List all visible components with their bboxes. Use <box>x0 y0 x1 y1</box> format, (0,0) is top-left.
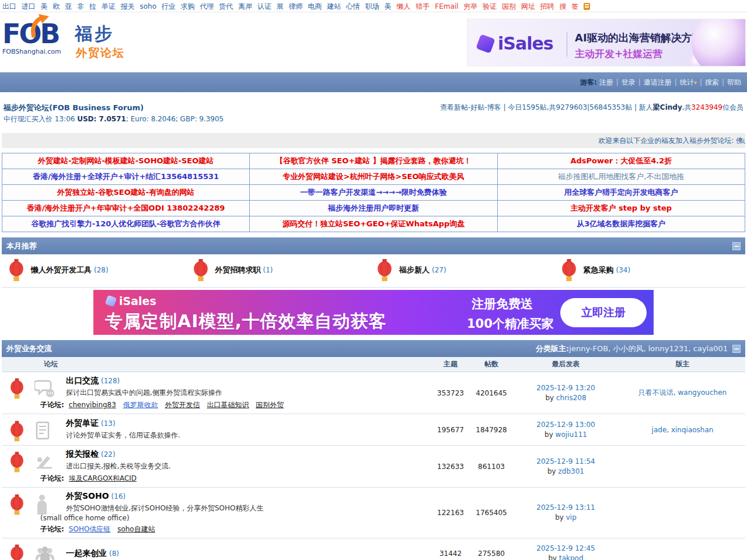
topnav-link[interactable]: 电商 <box>308 2 322 10</box>
last-post-user[interactable]: takpod <box>559 554 584 560</box>
welcome-link[interactable]: 欢迎来自以下企业的福友加入福步外贸论坛: 佛山 <box>598 136 745 146</box>
topnav-link-red[interactable]: 猎手 <box>416 2 430 10</box>
topnav-link[interactable]: 律师 <box>289 2 303 10</box>
last-post-date[interactable]: 2025-12-9 13:11 <box>536 503 595 512</box>
forum-link[interactable]: 报关报检 <box>66 449 99 459</box>
forum-link[interactable]: 出口交流 <box>66 376 99 385</box>
ad-link[interactable]: 外贸建站-定制网站-模板建站-SOHO建站-SEO建站 <box>2 156 249 166</box>
last-post-user[interactable]: zdb301 <box>558 467 584 475</box>
topnav-link[interactable]: 代理 <box>200 2 214 10</box>
subforum-link[interactable]: 出口基础知识 <box>207 401 249 409</box>
topnav-link-red[interactable]: 验证 <box>483 2 497 10</box>
search-link[interactable]: 搜索 <box>705 78 719 88</box>
topnav-link[interactable]: 展 <box>277 2 284 10</box>
ad-link[interactable]: 从3亿域名数据库挖掘客户 <box>498 219 745 229</box>
isales-ad-banner[interactable]: iSales 专属定制AI模型,十倍效率自动获客 注册免费送 100个精准买家 … <box>93 290 654 335</box>
topnav-link-red[interactable]: 网址 <box>521 2 535 10</box>
topnav-link[interactable]: 进口 <box>22 2 36 10</box>
recommend-item[interactable]: 外贸招聘求职 (1) <box>193 259 378 281</box>
ad-link[interactable]: 【谷歌官方伙伴 SEO+建站 】揭露行业套路，教你避坑！ <box>250 156 497 166</box>
ad-link[interactable]: 香港/海外注册+全球开户+审计+结汇13564815531 <box>2 172 249 182</box>
topnav-link-red[interactable]: FEmail <box>435 2 458 10</box>
topnav-link[interactable]: 认证 <box>257 2 271 10</box>
topnav-link[interactable]: 拉 <box>89 2 96 10</box>
ad-link[interactable]: 外贸独立站-谷歌SEO建站-有询盘的网站 <box>2 187 249 198</box>
recommend-item[interactable]: 懒人外贸开发工具 (28) <box>9 259 193 281</box>
recommend-item[interactable]: 紧急采购 (34) <box>561 259 746 281</box>
stats-link[interactable]: 统计 <box>680 78 694 88</box>
register-now-button[interactable]: 立即注册 <box>560 298 647 327</box>
topnav-link[interactable]: 美 <box>41 2 48 10</box>
ad-link[interactable]: 主动开发客户 step by step <box>498 203 745 214</box>
topnav-link[interactable]: 心情 <box>346 2 360 10</box>
subforum-link[interactable]: soho自建站 <box>117 525 155 533</box>
last-post-user[interactable]: wojiu111 <box>556 430 587 439</box>
topnav-link[interactable]: 非 <box>77 2 84 10</box>
last-post: 2025-12-9 13:20by chris208 <box>512 383 620 403</box>
topnav-link[interactable]: 离岸 <box>238 2 252 10</box>
collapse-button[interactable]: − <box>732 242 741 250</box>
site-logo[interactable]: FOB FOBShanghai.com <box>2 21 67 55</box>
topnav-link-red[interactable]: 穷举 <box>463 2 477 10</box>
new-posts-link[interactable]: 查看新帖-好贴-博客 <box>440 103 501 111</box>
forum-link[interactable]: 外贸单证 <box>66 418 99 428</box>
topnav-link-red[interactable]: 签 <box>571 2 578 10</box>
topnav-link[interactable]: 出口 <box>2 2 16 10</box>
collapse-button[interactable]: − <box>732 345 741 353</box>
moderator-link[interactable]: 只看不说话, wangyouchen <box>638 388 727 397</box>
topnav-link[interactable]: 行业 <box>162 2 176 10</box>
topnav-link[interactable]: 货代 <box>219 2 233 10</box>
topnav-link-red[interactable]: 招聘 <box>540 2 554 10</box>
moderators-list[interactable]: jenny-FOB, 小小的风, lonny1231, cayla001 <box>569 344 728 354</box>
logo-cn-subtitle: 外贸论坛 <box>76 46 125 61</box>
last-post-date[interactable]: 2025-12-9 11:54 <box>536 457 595 466</box>
last-post-user[interactable]: vip <box>566 513 577 522</box>
topnav-link[interactable]: 亚 <box>65 2 72 10</box>
register-link[interactable]: 注册 <box>599 78 613 88</box>
topnav-link[interactable]: 职场 <box>365 2 379 10</box>
subforum-link[interactable]: 国别外贸 <box>256 401 284 409</box>
ad-link[interactable]: 专业外贸网站建设>杭州叶子网络>SEO响应式欧美风 <box>250 172 497 182</box>
topnav-link-red[interactable]: 搜 <box>559 2 566 10</box>
ad-link[interactable]: 源码交付！独立站SEO+GEO+保证WhatsApp询盘 <box>250 219 497 229</box>
last-post-date[interactable]: 2025-12-9 12:45 <box>536 544 595 552</box>
moderator-link[interactable]: jade, xinqiaoshan <box>652 426 714 434</box>
newest-member[interactable]: 梁Cindy <box>653 103 682 111</box>
topnav-link[interactable]: 求购 <box>181 2 195 10</box>
ad-link[interactable]: 香港/海外注册开户+年审审计+全国ODI 13802242289 <box>2 203 249 214</box>
forum-link[interactable]: 外贸SOHO <box>66 491 109 501</box>
subforum-link[interactable]: 俄罗斯收款 <box>123 401 158 409</box>
ad-link[interactable]: 福步推图机,用地图找客户,不出国地推 <box>498 172 745 182</box>
last-post-date[interactable]: 2025-12-9 13:00 <box>536 421 595 429</box>
recommend-item[interactable]: 福步新人 (27) <box>377 259 561 281</box>
last-post-user[interactable]: chris208 <box>556 394 587 402</box>
ad-link[interactable]: 用全球客户猎手定向开发电商客户 <box>498 187 745 198</box>
isales-cube-icon <box>476 34 495 53</box>
forum-link[interactable]: 一起来创业 <box>66 548 107 558</box>
subforum-link[interactable]: 埃及CARGOX和ACID <box>69 474 137 482</box>
topnav-link-red[interactable]: 国别 <box>502 2 516 10</box>
help-link[interactable]: 帮助 <box>727 78 741 88</box>
ad-link[interactable]: 谷歌推广找引擎力-120人优化师团队-谷歌官方合作伙伴 <box>2 219 249 229</box>
topnav-link[interactable]: 单证 <box>102 2 116 10</box>
chevron-down-icon[interactable]: ▾ <box>694 79 697 86</box>
ad-link[interactable]: AdsPower：大促低至4.2折 <box>498 156 745 166</box>
ad-cell: 用全球客户猎手定向开发电商客户 <box>497 185 745 201</box>
topnav-link[interactable]: 美 <box>385 2 392 10</box>
header-ad-banner[interactable]: iSales AI驱动的出海营销解决方案 主动开发+社媒运营 <box>467 19 746 66</box>
topnav-link[interactable]: soho <box>139 2 156 10</box>
lantern-icon <box>10 421 24 442</box>
subforum-link[interactable]: 外贸开发信 <box>165 401 200 409</box>
subforum-link[interactable]: chenyibing83 <box>69 401 116 409</box>
topnav-link[interactable]: 建站 <box>327 2 341 10</box>
topnav-link-red[interactable]: 懒人 <box>397 2 411 10</box>
last-post-date[interactable]: 2025-12-9 13:20 <box>536 384 595 392</box>
topnav-link[interactable]: 报关 <box>121 2 135 10</box>
login-link[interactable]: 登录 <box>622 78 636 88</box>
ad-link[interactable]: 一带一路客户开发渠道→→→→限时免费体验 <box>250 187 497 198</box>
invite-register-link[interactable]: 邀请注册 <box>644 78 672 88</box>
subforum-link[interactable]: SOHO供应链 <box>69 525 111 533</box>
signature-icon[interactable] <box>584 3 590 10</box>
topnav-link[interactable]: 欧 <box>53 2 60 10</box>
ad-link[interactable]: 福步海外注册用户即时更新 <box>250 203 497 214</box>
